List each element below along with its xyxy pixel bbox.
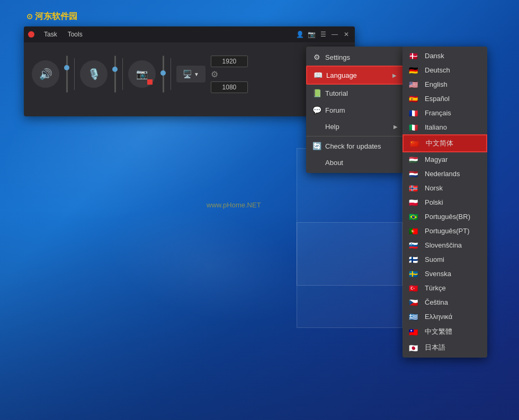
lang-item-portuguese_br[interactable]: 🇧🇷Português(BR) [402, 209, 487, 224]
lang-item-chinese_simplified[interactable]: 🇨🇳中文简体 [402, 134, 487, 152]
lang-item-portuguese_pt[interactable]: 🇵🇹Português(PT) [402, 224, 487, 238]
lang-item-greek[interactable]: 🇬🇷Ελληνικά [402, 309, 487, 324]
webcam-button[interactable]: 📷 ● [128, 60, 156, 88]
language-arrow: ▶ [392, 72, 397, 78]
toolbar-title-bar: Task Tools 👤 📷 ☰ — ✕ [24, 26, 355, 42]
lang-item-dansk[interactable]: 🇩🇰Dansk [402, 49, 487, 63]
divider-3 [171, 58, 171, 90]
flag-greek: 🇬🇷 [409, 313, 420, 321]
help-arrow: ▶ [393, 124, 398, 130]
menu-help[interactable]: Help ▶ [306, 118, 404, 135]
lang-item-turkce[interactable]: 🇹🇷Türkçe [402, 281, 487, 295]
camera-icon[interactable]: 📷 [307, 30, 316, 39]
mic-thumb [112, 67, 118, 72]
menu-language[interactable]: 📖 Language ▶ [306, 66, 404, 85]
lang-item-suomi[interactable]: 🇫🇮Suomi [402, 252, 487, 267]
lang-label-espanol: Español [425, 95, 450, 103]
check-updates-label: Check for updates [325, 142, 381, 150]
settings-label: Settings [325, 53, 350, 61]
flag-cestina: 🇨🇿 [409, 298, 420, 306]
resolution-width[interactable] [211, 56, 248, 67]
lang-label-japanese: 日本語 [425, 343, 445, 352]
app-toolbar: Task Tools 👤 📷 ☰ — ✕ 🔊 [24, 26, 355, 116]
lang-item-chinese_traditional[interactable]: 🇹🇼中文繁體 [402, 324, 487, 340]
person-icon[interactable]: 👤 [296, 30, 304, 39]
lang-label-suomi: Suomi [425, 255, 444, 263]
flag-nederlands: 🇳🇱 [409, 170, 420, 178]
flag-chinese_traditional: 🇹🇼 [409, 328, 420, 336]
lang-item-english[interactable]: 🇺🇸English [402, 77, 487, 92]
flag-english: 🇺🇸 [409, 80, 420, 88]
hamburger-icon[interactable]: ☰ [319, 30, 327, 39]
lang-item-espanol[interactable]: 🇪🇸Español [402, 92, 487, 106]
lang-label-polski: Polski [425, 198, 443, 206]
watermark-url: www.pHome.NET [207, 201, 261, 209]
menu-tutorial[interactable]: 📗 Tutorial [306, 85, 404, 102]
desktop-shape-2 [297, 222, 402, 328]
lang-label-cestina: Čeština [425, 298, 448, 306]
flag-italiano: 🇮🇹 [409, 123, 420, 131]
mic-slider[interactable] [113, 56, 117, 93]
lang-label-svenska: Svenska [425, 270, 451, 278]
lang-item-slovenscina[interactable]: 🇸🇮Slovenščina [402, 238, 487, 252]
menu-check-updates[interactable]: 🔄 Check for updates [306, 138, 404, 154]
flag-polski: 🇵🇱 [409, 198, 420, 206]
menu-forum[interactable]: 💬 Forum [306, 102, 404, 118]
lang-label-slovenscina: Slovenščina [425, 241, 462, 249]
speaker-slider[interactable] [65, 56, 69, 93]
lang-item-svenska[interactable]: 🇸🇪Svenska [402, 267, 487, 281]
webcam-icon: 📷 [136, 68, 148, 80]
divider-1 [74, 58, 75, 90]
forum-icon: 💬 [312, 106, 321, 114]
flag-dansk: 🇩🇰 [409, 52, 420, 60]
webcam-slider[interactable] [161, 56, 165, 93]
lang-label-chinese_traditional: 中文繁體 [425, 327, 452, 336]
close-button[interactable]: ✕ [342, 30, 351, 39]
lang-item-italiano[interactable]: 🇮🇹Italiano [402, 120, 487, 134]
lang-item-polski[interactable]: 🇵🇱Polski [402, 195, 487, 209]
language-icon: 📖 [314, 71, 322, 79]
menu-tools[interactable]: Tools [66, 30, 85, 39]
flag-suomi: 🇫🇮 [409, 255, 420, 263]
lang-label-norsk: Norsk [425, 184, 443, 192]
flag-portuguese_br: 🇧🇷 [409, 213, 420, 221]
lang-item-magyar[interactable]: 🇭🇺Magyar [402, 152, 487, 167]
flag-francais: 🇫🇷 [409, 109, 420, 117]
lang-item-japanese[interactable]: 🇯🇵日本語 [402, 340, 487, 355]
flag-turkce: 🇹🇷 [409, 284, 420, 292]
tutorial-icon: 📗 [312, 89, 321, 97]
menu-task[interactable]: Task [42, 30, 59, 39]
flag-magyar: 🇭🇺 [409, 156, 420, 163]
screen-select-button[interactable]: 🖥️ ▼ [176, 66, 205, 83]
help-label: Help [325, 123, 339, 131]
lang-label-portuguese_pt: Português(PT) [425, 227, 470, 235]
lang-item-francais[interactable]: 🇫🇷Français [402, 106, 487, 120]
flag-espanol: 🇪🇸 [409, 95, 420, 103]
lang-label-deutsch: Deutsch [425, 66, 450, 74]
menu-about[interactable]: About [306, 154, 404, 171]
lang-label-magyar: Magyar [425, 156, 448, 163]
lang-label-english: English [425, 80, 448, 88]
update-icon: 🔄 [312, 142, 321, 150]
flag-slovenscina: 🇸🇮 [409, 241, 420, 249]
flag-chinese_simplified: 🇨🇳 [410, 140, 422, 148]
toolbar-controls: 🔊 🎙️ 📷 ● [24, 42, 355, 106]
speaker-button[interactable]: 🔊 [32, 60, 59, 88]
microphone-icon: 🎙️ [87, 68, 101, 80]
flag-portuguese_pt: 🇵🇹 [409, 227, 420, 235]
monitor-icon: 🖥️ [183, 70, 192, 78]
lang-item-norsk[interactable]: 🇳🇴Norsk [402, 181, 487, 195]
webcam-thumb [160, 70, 166, 76]
resolution-height[interactable] [211, 81, 248, 93]
toolbar-menu: Task Tools [38, 30, 89, 39]
settings-icon: ⚙ [312, 53, 321, 61]
tutorial-label: Tutorial [325, 89, 348, 97]
lang-item-nederlands[interactable]: 🇳🇱Nederlands [402, 167, 487, 181]
lang-label-portuguese_br: Português(BR) [425, 213, 470, 221]
lang-item-cestina[interactable]: 🇨🇿Čeština [402, 295, 487, 309]
menu-settings[interactable]: ⚙ Settings [306, 49, 404, 66]
microphone-button[interactable]: 🎙️ [80, 60, 108, 88]
language-label: Language [326, 71, 357, 79]
lang-item-deutsch[interactable]: 🇩🇪Deutsch [402, 63, 487, 77]
minimize-button[interactable]: — [330, 30, 339, 39]
